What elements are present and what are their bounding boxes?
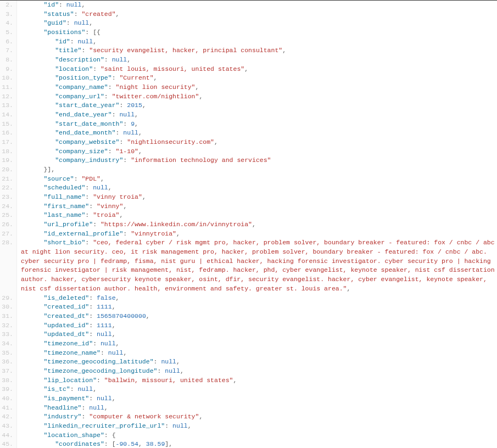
code-content: "short_bio": "ceo, federal cyber / risk … xyxy=(16,238,497,293)
code-content: "last_name": "troia", xyxy=(16,211,497,220)
line-number: 16. xyxy=(0,128,16,138)
code-line: 6. "id": null, xyxy=(0,37,497,47)
code-viewer: 2. "id": null,3. "status": "created",4. … xyxy=(0,0,497,448)
code-content: "timezone_name": null, xyxy=(16,349,497,358)
code-line: 21. "source": "PDL", xyxy=(0,175,497,184)
code-content: "title": "security evangelist, hacker, p… xyxy=(16,46,497,55)
code-line: 41. "headline": null, xyxy=(0,404,497,413)
code-line: 26. "url_profile": "https://www.linkedin… xyxy=(0,220,497,229)
code-line: 17. "company_website": "nightlionsecurit… xyxy=(0,138,497,147)
code-content: "is_deleted": false, xyxy=(16,294,497,303)
code-line: 12. "company_url": "twitter.com/nightlio… xyxy=(0,92,497,102)
code-line: 24. "first_name": "vinny", xyxy=(0,202,497,211)
code-line: 23. "full_name": "vinny troia", xyxy=(0,193,497,202)
line-number: 35. xyxy=(0,349,16,358)
code-line: 25. "last_name": "troia", xyxy=(0,211,497,220)
line-number: 25. xyxy=(0,211,16,220)
code-line: 5. "positions": [{ xyxy=(0,28,497,37)
code-line: 36. "timezone_geocoding_latitude": null, xyxy=(0,357,497,367)
code-content: "industry": "computer & network security… xyxy=(16,412,497,422)
code-content: "company_website": "nightlionsecurity.co… xyxy=(16,138,497,147)
code-content: "company_url": "twitter.com/nightlion", xyxy=(16,92,497,102)
code-content: "end_date_year": null, xyxy=(16,110,497,120)
code-content: "description": null, xyxy=(16,55,497,65)
code-content: "updated_id": 1111, xyxy=(16,321,497,331)
line-number: 36. xyxy=(0,357,16,367)
line-number: 42. xyxy=(0,412,16,422)
code-line: 11. "company_name": "night lion security… xyxy=(0,83,497,92)
line-number: 4. xyxy=(0,19,16,28)
code-line: 15. "start_date_month": 9, xyxy=(0,120,497,129)
line-number: 43. xyxy=(0,422,16,431)
line-number: 37. xyxy=(0,367,16,376)
code-line: 10. "position_type": "Current", xyxy=(0,74,497,83)
line-number: 11. xyxy=(0,83,16,92)
code-content: "id": null, xyxy=(16,37,497,47)
code-line: 14. "end_date_year": null, xyxy=(0,110,497,120)
code-line: 13. "start_date_year": 2015, xyxy=(0,101,497,110)
code-content: "created_id": 1111, xyxy=(16,303,497,312)
line-number: 31. xyxy=(0,312,16,321)
line-number: 19. xyxy=(0,156,16,165)
code-content: "timezone_geocoding_longitude": null, xyxy=(16,367,497,376)
code-line: 7. "title": "security evangelist, hacker… xyxy=(0,46,497,55)
line-number: 9. xyxy=(0,65,16,74)
code-content: "linkedin_recruiter_profile_url": null, xyxy=(16,422,497,431)
code-line: 3. "status": "created", xyxy=(0,10,497,19)
code-line: 18. "company_size": "1-10", xyxy=(0,147,497,156)
line-number: 33. xyxy=(0,330,16,339)
code-line: 40. "is_payment": null, xyxy=(0,394,497,404)
code-content: "scheduled": null, xyxy=(16,183,497,193)
line-number: 41. xyxy=(0,404,16,413)
code-content: "url_profile": "https://www.linkedin.com… xyxy=(16,220,497,229)
code-lines: 2. "id": null,3. "status": "created",4. … xyxy=(0,1,497,448)
code-line: 8. "description": null, xyxy=(0,55,497,65)
line-number: 28. xyxy=(0,238,16,248)
line-number: 7. xyxy=(0,46,16,55)
code-line: 22. "scheduled": null, xyxy=(0,183,497,193)
line-number: 2. xyxy=(0,1,16,10)
code-line: 2. "id": null, xyxy=(0,1,497,10)
code-line: 43. "linkedin_recruiter_profile_url": nu… xyxy=(0,422,497,431)
code-line: 27. "id_external_profile": "vinnytroia", xyxy=(0,229,497,239)
line-number: 27. xyxy=(0,229,16,239)
line-number: 12. xyxy=(0,92,16,102)
code-line: 9. "location": "saint louis, missouri, u… xyxy=(0,65,497,74)
line-number: 34. xyxy=(0,339,16,349)
code-content: "is_payment": null, xyxy=(16,394,497,404)
code-content: "first_name": "vinny", xyxy=(16,202,497,211)
code-content: "timezone_id": null, xyxy=(16,339,497,349)
line-number: 24. xyxy=(0,202,16,211)
line-number: 26. xyxy=(0,220,16,229)
code-content: }], xyxy=(16,165,497,175)
code-line: 31. "created_dt": 1565870400000, xyxy=(0,312,497,321)
code-line: 42. "industry": "computer & network secu… xyxy=(0,412,497,422)
code-content: "start_date_month": 9, xyxy=(16,120,497,129)
code-content: "start_date_year": 2015, xyxy=(16,101,497,110)
line-number: 39. xyxy=(0,385,16,394)
line-number: 44. xyxy=(0,431,16,440)
line-number: 38. xyxy=(0,376,16,385)
code-line: 29. "is_deleted": false, xyxy=(0,294,497,303)
code-content: "updated_dt": null, xyxy=(16,330,497,339)
code-content: "position_type": "Current", xyxy=(16,74,497,83)
line-number: 6. xyxy=(0,37,16,47)
code-content: "timezone_geocoding_latitude": null, xyxy=(16,357,497,367)
code-content: "source": "PDL", xyxy=(16,175,497,184)
code-content: "created_dt": 1565870400000, xyxy=(16,312,497,321)
code-line: 28. "short_bio": "ceo, federal cyber / r… xyxy=(0,238,497,293)
line-number: 15. xyxy=(0,120,16,129)
code-content: "is_tc": null, xyxy=(16,385,497,394)
line-number: 29. xyxy=(0,294,16,303)
line-number: 22. xyxy=(0,183,16,193)
code-content: "end_date_month": null, xyxy=(16,128,497,138)
code-content: "lip_location": "ballwin, missouri, unit… xyxy=(16,376,497,385)
line-number: 18. xyxy=(0,147,16,156)
code-content: "full_name": "vinny troia", xyxy=(16,193,497,202)
code-content: "company_industry": "information technol… xyxy=(16,156,497,165)
code-line: 30. "created_id": 1111, xyxy=(0,303,497,312)
line-number: 8. xyxy=(0,55,16,65)
line-number: 5. xyxy=(0,28,16,37)
code-content: "location": "saint louis, missouri, unit… xyxy=(16,65,497,74)
code-content: "status": "created", xyxy=(16,10,497,19)
